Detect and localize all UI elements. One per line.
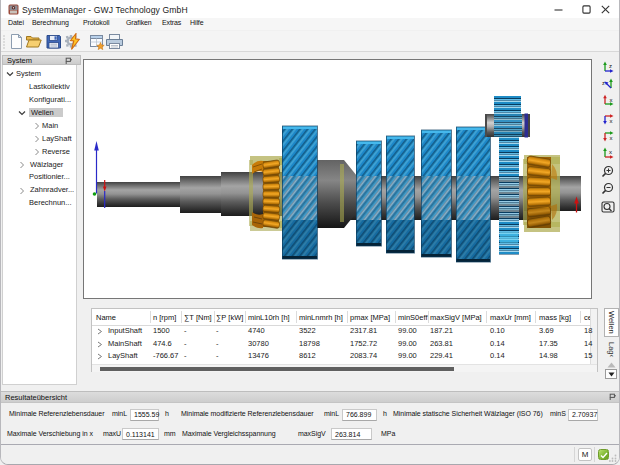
svg-text:x: x xyxy=(609,149,612,155)
svg-text:z: z xyxy=(602,80,605,86)
svg-text:z: z xyxy=(609,63,612,69)
svg-text:x: x xyxy=(610,97,613,103)
svg-text:x: x xyxy=(610,135,613,141)
svg-text:x: x xyxy=(610,118,613,124)
